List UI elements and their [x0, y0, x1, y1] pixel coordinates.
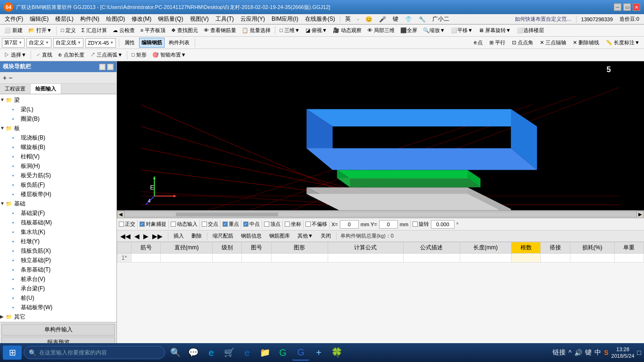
panel-header-buttons[interactable]: ⊡ ✕ — [99, 64, 114, 70]
cell-grade[interactable] — [212, 254, 241, 263]
menu-mic[interactable]: 🎤 — [376, 15, 389, 24]
cell-splice[interactable] — [541, 254, 570, 263]
tree-collapse-btn[interactable]: − — [8, 74, 12, 82]
cell-diameter[interactable] — [161, 254, 213, 263]
nav-next-btn[interactable]: ▶ — [142, 232, 150, 240]
notification-icon[interactable]: □ — [637, 349, 641, 356]
y-input[interactable] — [379, 220, 398, 229]
rebar-library-button[interactable]: 钢筋图库 — [266, 231, 293, 240]
find-element-button[interactable]: ❖ 查找图元 — [169, 25, 200, 35]
tree-item[interactable]: ▪楼层板带(H) — [0, 189, 116, 199]
parallel-btn[interactable]: ⊞ 平行 — [487, 38, 508, 48]
insert-row-button[interactable]: 插入 — [170, 231, 187, 240]
snap-orthogonal-checkbox[interactable] — [119, 222, 124, 227]
keyboard-icon[interactable]: 键 — [585, 348, 592, 357]
tree-item[interactable]: ▪柱帽(V) — [0, 152, 116, 161]
select-button[interactable]: ▷ 选择▼ — [2, 50, 29, 60]
menu-draw[interactable]: 绘图(D) — [103, 14, 128, 24]
calc-button[interactable]: Σ 汇总计算 — [79, 25, 109, 35]
single-component-input-button[interactable]: 单构件输入 — [1, 324, 115, 336]
snap-nooffset-checkbox[interactable] — [305, 222, 311, 227]
tree-item[interactable]: ▪独立基础(P) — [0, 255, 116, 265]
tree-item[interactable]: ▪板受力筋(S) — [0, 171, 116, 180]
length-mark-btn[interactable]: 📏 长度标注▼ — [603, 38, 642, 48]
snap-object-capture[interactable]: ✓ 对象捕捉 — [140, 221, 166, 228]
tree-item[interactable]: ▪桩(U) — [0, 293, 116, 303]
flush-top-button[interactable]: ≡ 平齐板顶 — [138, 25, 168, 35]
close-table-button[interactable]: 关闭 — [317, 231, 334, 240]
snap-center-checkbox[interactable]: ✓ — [223, 222, 228, 227]
line-draw-button[interactable]: ⟋ 直线 — [33, 50, 55, 60]
menu-emoji[interactable]: 😊 — [363, 15, 375, 24]
tree-item[interactable]: ▼📁板 — [0, 123, 116, 133]
new-button[interactable]: ⬜ 新建 — [2, 25, 25, 35]
tree-item[interactable]: ▪圈梁(B) — [0, 114, 116, 123]
taskbar-app-plus[interactable]: + — [310, 345, 327, 361]
link-icon[interactable]: 链接 — [553, 348, 566, 357]
delete-row-button[interactable]: 删除 — [188, 231, 205, 240]
open-button[interactable]: 📂 打开▼ — [26, 25, 54, 35]
tree-item[interactable]: ▪螺旋板(B) — [0, 142, 116, 152]
taskbar-app-task-view[interactable]: 💬 — [185, 345, 202, 361]
titlebar-controls[interactable]: ─ ▭ ✕ — [614, 3, 640, 11]
tree-item[interactable]: ▪筏板基础(M) — [0, 218, 116, 227]
snap-no-offset[interactable]: 不偏移 — [305, 221, 327, 228]
nav-first-btn[interactable]: ◀◀ — [119, 232, 132, 240]
restore-button[interactable]: ▭ — [623, 3, 631, 11]
snap-object-checkbox[interactable]: ✓ — [140, 222, 145, 227]
tree-item[interactable]: ▪板负筋(F) — [0, 180, 116, 189]
taskbar-app-edge[interactable]: e — [203, 345, 220, 361]
menu-shirt[interactable]: 👕 — [402, 15, 415, 24]
tree-item[interactable]: ▪柱墩(Y) — [0, 237, 116, 246]
menu-component[interactable]: 构件(N) — [77, 14, 102, 24]
taskbar-app-ie[interactable]: e — [239, 345, 256, 361]
define-button[interactable]: □ 定义 — [58, 25, 78, 35]
cell-desc[interactable] — [403, 254, 460, 263]
axis-btn[interactable]: ✕ 三点辐轴 — [537, 38, 569, 48]
tree-item[interactable]: ▶📁其它 — [0, 312, 116, 321]
snap-vertex-checkbox[interactable] — [264, 222, 269, 227]
tree-item[interactable]: ▪集水坑(K) — [0, 227, 116, 237]
rectangle-button[interactable]: □ 矩形 — [129, 50, 149, 60]
other-button[interactable]: 其他▼ — [294, 231, 316, 240]
pan-button[interactable]: ⬜平移▼ — [448, 25, 475, 35]
scale-rebar-button[interactable]: 缩尺配筋 — [209, 231, 237, 240]
cloud-check-button[interactable]: ☁ 云检查 — [110, 25, 137, 35]
local-3d-button[interactable]: 👁 局部三维 — [365, 25, 397, 35]
menu-rebar-qty[interactable]: 钢筋量(Q) — [155, 14, 186, 24]
cell-loss[interactable] — [570, 254, 614, 263]
snap-midpoint-checkbox[interactable]: ✓ — [243, 222, 248, 227]
scroll-left-arrow[interactable]: ◀ — [117, 211, 124, 218]
point-length-button[interactable]: ⊕ 点加长度 — [56, 50, 87, 60]
panel-float-btn[interactable]: ⊡ — [99, 64, 106, 70]
rotate-checkbox[interactable] — [413, 222, 418, 227]
arrow-up-icon[interactable]: ^ — [569, 349, 572, 356]
3d-button[interactable]: □ 三维▼ — [277, 25, 302, 35]
three-point-arc-button[interactable]: ↗ 三点画弧▼ — [88, 50, 125, 60]
taskbar-app-cortana[interactable]: 🔍 — [167, 345, 184, 361]
snap-dynamic-input[interactable]: 动态输入 — [171, 221, 198, 228]
tree-item[interactable]: ▪承台梁(F) — [0, 284, 116, 293]
snap-center[interactable]: ✓ 重点 — [223, 221, 239, 228]
tab-project-settings[interactable]: 工程设置 — [0, 84, 31, 94]
search-bar[interactable]: 🔍 在这里输入你要搜索的内容 — [24, 346, 165, 359]
tree-item[interactable]: ▪条形基础(T) — [0, 265, 116, 274]
menu-assistant[interactable]: 广小二 — [429, 14, 452, 24]
volume-icon[interactable]: 🔊 — [574, 349, 582, 356]
tree-item[interactable]: ▼📁基础 — [0, 199, 116, 208]
menu-bim[interactable]: BIM应用(I) — [269, 14, 301, 24]
snap-coord[interactable]: 坐标 — [285, 221, 301, 228]
close-button[interactable]: ✕ — [633, 3, 640, 11]
select-floor-button[interactable]: ⬜选择楼层 — [514, 25, 546, 35]
cell-formula[interactable] — [328, 254, 403, 263]
fullscreen-button[interactable]: ⬛全屏 — [398, 25, 420, 35]
scroll-right-arrow[interactable]: ▶ — [636, 211, 644, 218]
sogou-icon[interactable]: S — [604, 349, 608, 356]
menu-help-text[interactable]: 如何快速布置自定义范... — [512, 15, 574, 24]
cell-shape[interactable] — [271, 254, 328, 263]
menu-floor[interactable]: 楼层(L) — [52, 14, 76, 24]
x-input[interactable] — [340, 220, 359, 229]
smart-layout-button[interactable]: 🎯 智能布置▼ — [150, 50, 189, 60]
topview-button[interactable]: ◪ 俯视▼ — [303, 25, 330, 35]
cell-bar-num[interactable] — [132, 254, 161, 263]
